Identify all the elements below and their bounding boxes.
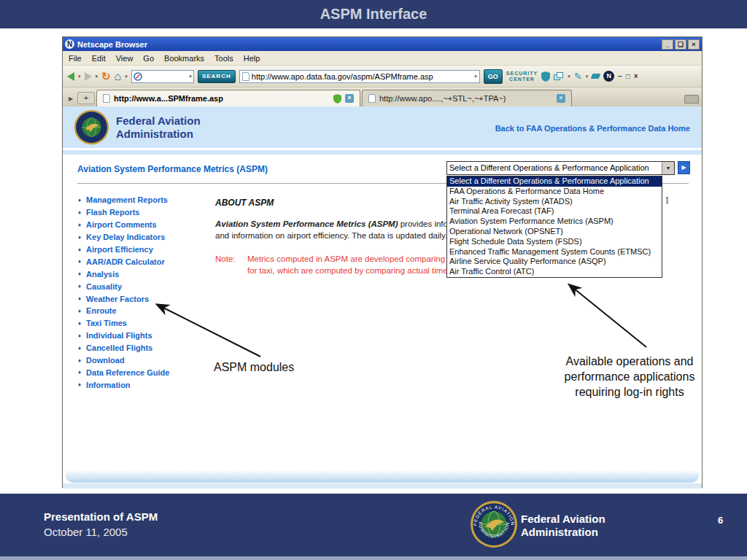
dropdown-list: Select a Different Operations & Performa… [446,176,662,278]
eraser-icon[interactable] [591,74,601,79]
tab-aspm-frame[interactable]: http://www.a...SPMframe.asp × [96,90,360,106]
diamond-bullet-icon: ♦ [78,332,81,339]
sidebar-item-data-reference-guide[interactable]: ♦Data Reference Guide [78,366,213,378]
menu-file[interactable]: File [69,54,82,63]
sidebar-item-airport-comments[interactable]: ♦Airport Comments [78,219,213,231]
print-icon[interactable] [684,95,699,104]
page-bottom-rounding [66,470,699,483]
sidebar-item-airport-efficiency[interactable]: ♦Airport Efficiency [78,244,213,256]
slide-title: ASPM Interface [0,0,747,28]
diamond-bullet-icon: ♦ [78,320,81,327]
url-text[interactable]: http://www.apo.data.faa.gov/aspm/ASPMfra… [252,72,472,81]
sidebar-item-management-reports[interactable]: ♦Management Reports [78,194,213,206]
menu-help[interactable]: Help [244,54,260,63]
sidebar-item-aar-adr-calculator[interactable]: ♦AAR/ADR Calculator [78,255,213,268]
toolbar-restore-icon[interactable]: □ [626,72,630,80]
sidebar-item-download[interactable]: ♦Download [78,354,213,367]
minimize-button[interactable]: _ [662,39,673,50]
search-engine-dropdown-icon[interactable]: ▾ [189,74,192,79]
diamond-bullet-icon: ♦ [78,197,81,203]
dropdown-option-airline-service-quality-performance-asqp[interactable]: Airline Service Quality Performance (ASQ… [447,257,662,267]
application-select[interactable]: Select a Different Operations & Performa… [446,161,675,175]
toolbar-close-icon[interactable]: × [634,72,638,80]
close-button[interactable]: × [688,39,700,50]
menu-view[interactable]: View [116,54,133,63]
tabs-icon[interactable] [554,72,564,81]
combo-go-button[interactable]: ▶ [678,161,690,174]
menu-go[interactable]: Go [143,54,154,63]
home-dropdown-icon[interactable]: ▾ [125,74,128,79]
sidebar-item-analysis[interactable]: ♦Analysis [78,268,213,280]
menu-edit[interactable]: Edit [92,54,106,63]
dropdown-option-operational-network-opsnet[interactable]: Operational Network (OPSNET) [447,227,662,237]
forward-dropdown-icon[interactable]: ▾ [96,74,98,79]
sidebar-item-taxi-times[interactable]: ♦Taxi Times [78,317,213,330]
sidebar-item-information[interactable]: ♦Information [78,378,213,391]
search-button[interactable]: SEARCH [198,70,236,83]
compass-icon [133,72,142,81]
go-button[interactable]: GO [484,69,503,84]
faa-org-name: Federal Aviation Administration [116,114,201,141]
tab-scroll-icon[interactable]: ▶ [66,92,76,106]
sidebar-item-label: Download [86,356,125,365]
sidebar-item-label: Data Reference Guide [86,368,169,377]
sidebar-item-cancelled-flights[interactable]: ♦Cancelled Flights [78,342,213,354]
partial-print-link[interactable]: t [666,195,668,203]
address-bar[interactable]: http://www.apo.data.faa.gov/aspm/ASPMfra… [239,70,480,83]
footer-bottom-strip [0,556,747,560]
sidebar-item-flash-reports[interactable]: ♦Flash Reports [78,206,213,219]
shield-icon[interactable] [541,71,550,82]
page-icon [103,94,110,103]
diamond-bullet-icon: ♦ [78,271,81,277]
refresh-icon[interactable]: ↻ [101,70,111,83]
dropdown-option-terminal-area-forecast-taf[interactable]: Terminal Area Forecast (TAF) [447,206,662,217]
dropdown-option-enhanced-traffic-management-system-counts-etmsc[interactable]: Enhanced Traffic Management System Count… [447,247,662,257]
sidebar-item-weather-factors[interactable]: ♦Weather Factors [78,292,213,305]
restore-button[interactable]: ❏ [675,39,686,50]
home-icon[interactable]: ⌂ [115,70,122,83]
netscape-browser-window: N Netscape Browser _ ❏ × FileEditViewGoB… [62,36,703,488]
menu-tools[interactable]: Tools [214,54,233,63]
netscape-logo-icon[interactable]: N [603,71,614,82]
menu-bar: FileEditViewGoBookmarksToolsHelp [63,51,702,66]
sidebar-item-causality[interactable]: ♦Causality [78,280,213,292]
security-center-label[interactable]: SECURITY CENTER [506,71,538,82]
compose-pencil-icon[interactable]: ✎ [574,71,582,82]
tab-bar: ▶ + http://www.a...SPMframe.asp × http:/… [63,88,702,106]
dropdown-option-select-a-different-operations-performance-application[interactable]: Select a Different Operations & Performa… [447,176,662,187]
back-dropdown-icon[interactable]: ▾ [78,74,81,79]
tabs-dropdown-icon[interactable]: ▾ [568,74,570,79]
browser-title-bar[interactable]: N Netscape Browser _ ❏ × [63,37,702,51]
diamond-bullet-icon: ♦ [78,357,81,364]
combo-arrow-icon[interactable]: ▼ [662,162,674,174]
forward-icon[interactable] [85,72,92,81]
tab-stl-tpa[interactable]: http://www.apo....,~+STL~,~+TPA~) × [362,90,572,106]
tab-close-icon[interactable]: × [557,94,565,103]
search-input[interactable]: ▾ [131,70,194,83]
url-dropdown-icon[interactable]: ▾ [474,74,477,79]
diamond-bullet-icon: ♦ [78,345,81,351]
menu-bookmarks[interactable]: Bookmarks [164,54,204,63]
dropdown-option-air-traffic-activity-system-atads[interactable]: Air Traffic Activity System (ATADS) [447,197,662,207]
trust-shield-icon [333,94,341,104]
back-icon[interactable] [67,72,74,81]
dropdown-option-air-traffic-control-atc[interactable]: Air Traffic Control (ATC) [447,267,662,277]
toolbar-minimize-icon[interactable]: – [618,72,622,80]
compose-dropdown-icon[interactable]: ▾ [586,74,589,79]
faa-aspm-page: Federal Aviation Administration Back to … [63,106,702,489]
sidebar-item-key-delay-indicators[interactable]: ♦Key Delay Indicators [78,231,213,244]
sidebar-item-label: Enroute [86,306,117,315]
page-title: Aviation System Performance Metrics (ASP… [77,164,268,174]
dropdown-option-flight-schedule-data-system-fsds[interactable]: Flight Schedule Data System (FSDS) [447,237,662,247]
dropdown-option-faa-operations-performance-data-home[interactable]: FAA Operations & Performance Data Home [447,187,662,197]
back-home-link[interactable]: Back to FAA Operations & Performance Dat… [495,124,690,133]
sidebar-item-enroute[interactable]: ♦Enroute [78,305,213,317]
dropdown-option-aviation-system-performance-metrics-aspm[interactable]: Aviation System Performance Metrics (ASP… [447,217,662,227]
sidebar-item-label: Weather Factors [86,295,149,303]
sidebar-item-label: Key Delay Indicators [86,233,165,241]
diamond-bullet-icon: ♦ [78,222,81,228]
sidebar-item-individual-flights[interactable]: ♦Individual Flights [78,330,213,342]
sidebar-item-label: Airport Comments [86,220,157,229]
new-tab-button[interactable]: + [77,92,95,104]
tab-close-icon[interactable]: × [345,94,354,103]
